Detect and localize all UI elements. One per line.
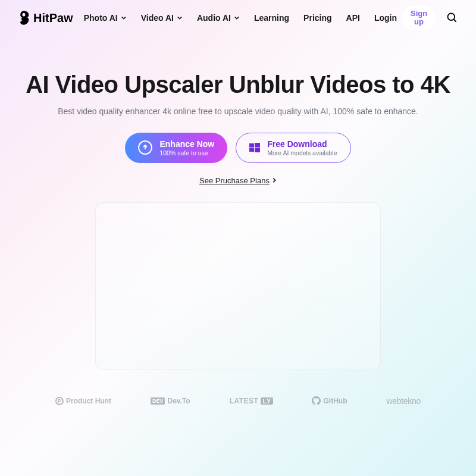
nav-login[interactable]: Login (374, 13, 397, 23)
button-title: Enhance Now (159, 139, 214, 149)
svg-rect-1 (249, 143, 254, 148)
upload-icon (138, 140, 152, 155)
nav-api[interactable]: API (346, 13, 360, 23)
nav-label: Learning (254, 13, 289, 23)
button-text: Enhance Now 100% safe to use (159, 139, 214, 156)
nav-label: Pricing (303, 13, 331, 23)
enhance-now-button[interactable]: Enhance Now 100% safe to use (125, 133, 227, 163)
nav-pricing[interactable]: Pricing (303, 13, 331, 23)
page-title: AI Video Upscaler Unblur Videos to 4K (24, 71, 452, 98)
purchase-plans-link[interactable]: See Pruchase Plans (199, 176, 277, 185)
main-nav: Photo AI Video AI Audio AI Learning Pric… (84, 13, 402, 23)
link-label: See Pruchase Plans (199, 176, 270, 185)
nav-label: Audio AI (197, 13, 231, 23)
nav-label: Video AI (141, 13, 174, 23)
top-nav: HitPaw Photo AI Video AI Audio AI Learni… (0, 0, 476, 36)
svg-rect-4 (255, 148, 260, 153)
product-hunt-icon: P (55, 397, 64, 405)
press-label: Dev.To (167, 397, 190, 405)
logo[interactable]: HitPaw (18, 11, 73, 25)
right-nav: Sign up (402, 6, 458, 30)
press-label: GitHub (323, 397, 347, 405)
free-download-button[interactable]: Free Download More AI models available (236, 133, 350, 163)
windows-icon (249, 142, 260, 153)
chevron-down-icon (121, 15, 127, 21)
cta-row: Enhance Now 100% safe to use Free Downlo… (24, 133, 452, 163)
press-label: Product Hunt (66, 397, 111, 405)
button-title: Free Download (267, 139, 337, 149)
dev-to-icon: DEV (151, 397, 165, 405)
latestly-suffix: LY (261, 397, 273, 405)
video-preview-placeholder[interactable] (95, 202, 381, 370)
logo-icon (18, 11, 30, 25)
github-icon (312, 396, 321, 405)
press-latestly: LATESTLY (230, 397, 273, 405)
nav-label: Login (374, 13, 397, 23)
button-text: Free Download More AI models available (267, 139, 337, 156)
nav-label: API (346, 13, 360, 23)
signup-button[interactable]: Sign up (402, 6, 436, 30)
svg-rect-2 (255, 143, 260, 148)
nav-label: Photo AI (84, 13, 118, 23)
nav-video-ai[interactable]: Video AI (141, 13, 183, 23)
nav-learning[interactable]: Learning (254, 13, 289, 23)
nav-audio-ai[interactable]: Audio AI (197, 13, 240, 23)
press-label: webtekno (386, 396, 421, 406)
press-logos: P Product Hunt DEV Dev.To LATESTLY GitHu… (0, 370, 476, 406)
brand-name: HitPaw (33, 11, 73, 25)
button-subtitle: More AI models available (267, 149, 337, 156)
nav-photo-ai[interactable]: Photo AI (84, 13, 127, 23)
hero: AI Video Upscaler Unblur Videos to 4K Be… (0, 36, 476, 370)
svg-point-0 (448, 14, 455, 21)
press-label: LATEST (230, 397, 259, 405)
chevron-right-icon (272, 177, 277, 183)
page-subtitle: Best video quality enhancer 4k online fr… (24, 107, 452, 116)
svg-rect-3 (249, 148, 254, 152)
search-icon[interactable] (446, 12, 458, 24)
press-dev-to: DEV Dev.To (151, 397, 190, 405)
press-product-hunt: P Product Hunt (55, 397, 111, 405)
chevron-down-icon (177, 15, 183, 21)
chevron-down-icon (234, 15, 240, 21)
button-subtitle: 100% safe to use (159, 149, 214, 156)
press-github: GitHub (312, 396, 347, 405)
press-webtekno: webtekno (386, 396, 421, 406)
